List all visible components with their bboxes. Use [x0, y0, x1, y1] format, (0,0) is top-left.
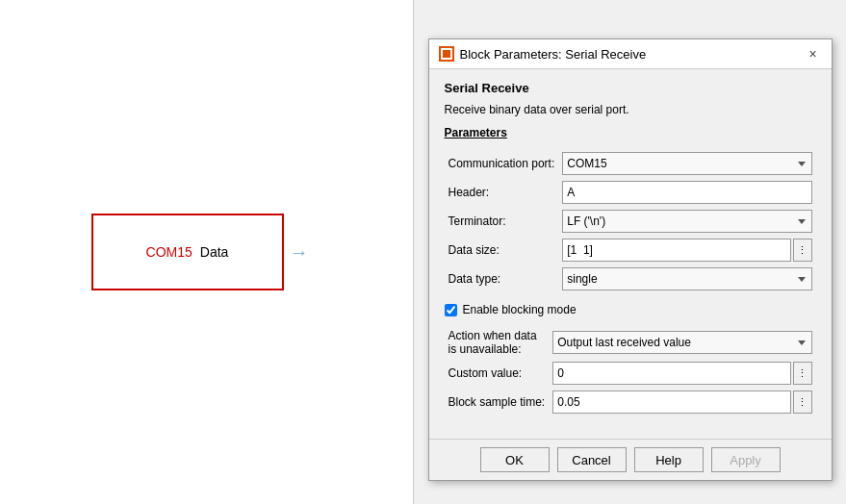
- cancel-button[interactable]: Cancel: [557, 447, 627, 472]
- help-button[interactable]: Help: [634, 447, 704, 472]
- dialog-window: Block Parameters: Serial Receive × Seria…: [428, 38, 833, 481]
- simulink-canvas: COM15 Data →: [0, 0, 414, 504]
- action-select[interactable]: Output last received value Error: [552, 331, 811, 354]
- action-row: Action when data is unavailable: Output …: [445, 326, 816, 359]
- section-title: Serial Receive: [445, 81, 816, 95]
- block-sample-dots-button[interactable]: ⋮: [793, 391, 812, 414]
- terminator-row: Terminator: LF ('\n') CR ('\r') None: [445, 207, 816, 236]
- block-sample-row: Block sample time: ⋮: [445, 388, 816, 416]
- block-data-label: Data: [200, 244, 229, 260]
- ok-button[interactable]: OK: [480, 447, 550, 472]
- enable-blocking-checkbox[interactable]: [445, 304, 457, 316]
- data-type-row: Data type: single double int8 uint8: [445, 265, 816, 293]
- custom-value-dots-button[interactable]: ⋮: [793, 362, 812, 385]
- header-input[interactable]: [562, 181, 811, 204]
- header-row: Header:: [445, 178, 816, 207]
- comm-port-row: Communication port: COM15: [445, 149, 816, 178]
- block-sample-input-group: ⋮: [552, 391, 811, 414]
- custom-value-input-group: ⋮: [552, 362, 811, 385]
- data-size-dots-button[interactable]: ⋮: [793, 239, 812, 262]
- data-type-label: Data type:: [445, 265, 559, 293]
- dialog-footer: OK Cancel Help Apply: [429, 439, 832, 480]
- dialog-title-text: Block Parameters: Serial Receive: [460, 47, 647, 62]
- comm-port-label: Communication port:: [445, 149, 559, 178]
- params-label: Parameters: [445, 126, 816, 139]
- data-type-select[interactable]: single double int8 uint8: [562, 267, 811, 290]
- custom-value-input[interactable]: [552, 362, 790, 385]
- data-size-label: Data size:: [445, 236, 559, 265]
- simulink-block[interactable]: COM15 Data →: [91, 214, 284, 290]
- dialog-title-icon: [439, 46, 454, 62]
- dialog-overlay: Block Parameters: Serial Receive × Seria…: [414, 29, 846, 504]
- block-port-label: COM15: [146, 244, 192, 260]
- signal-arrow: →: [290, 241, 309, 264]
- apply-button[interactable]: Apply: [711, 447, 781, 472]
- signal-icon: →: [290, 241, 309, 264]
- custom-value-label: Custom value:: [445, 359, 550, 388]
- data-size-input[interactable]: [562, 239, 790, 262]
- header-label: Header:: [445, 178, 559, 207]
- action-table: Action when data is unavailable: Output …: [445, 326, 816, 416]
- terminator-select[interactable]: LF ('\n') CR ('\r') None: [562, 210, 811, 233]
- params-table: Communication port: COM15 Header:: [445, 149, 816, 293]
- dialog-titlebar: Block Parameters: Serial Receive ×: [429, 39, 832, 69]
- comm-port-select[interactable]: COM15: [562, 152, 811, 175]
- block-sample-label: Block sample time:: [445, 388, 550, 416]
- enable-blocking-row: Enable blocking mode: [445, 299, 816, 320]
- section-desc: Receive binary data over serial port.: [445, 103, 816, 116]
- terminator-label: Terminator:: [445, 207, 559, 236]
- data-size-row: Data size: ⋮: [445, 236, 816, 265]
- action-label: Action when data is unavailable:: [445, 326, 550, 359]
- block-sample-input[interactable]: [552, 391, 790, 414]
- enable-blocking-label: Enable blocking mode: [463, 303, 577, 316]
- custom-value-row: Custom value: ⋮: [445, 359, 816, 388]
- data-size-input-group: ⋮: [562, 239, 811, 262]
- close-button[interactable]: ×: [805, 45, 822, 63]
- dialog-body: Serial Receive Receive binary data over …: [429, 69, 832, 439]
